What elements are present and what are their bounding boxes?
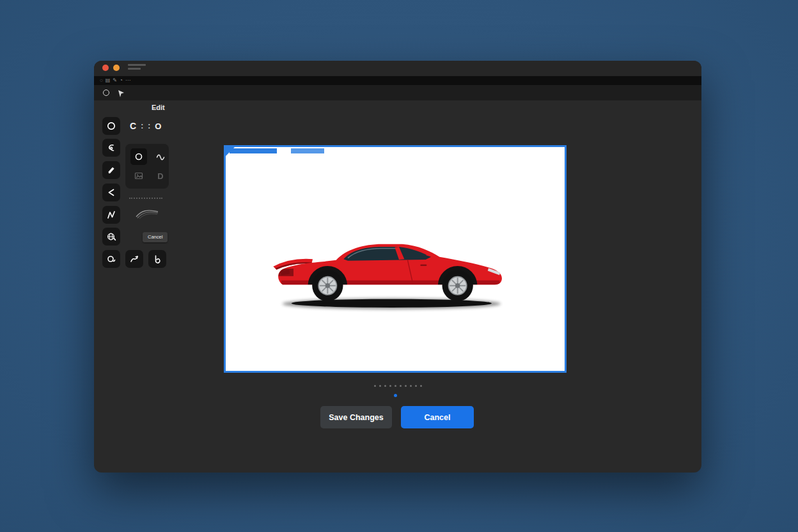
artboard-canvas[interactable] (224, 145, 567, 373)
lasso-tool-button[interactable] (102, 139, 120, 157)
titlebar (94, 61, 701, 76)
active-page-dot[interactable] (394, 394, 397, 397)
letter-d-icon: D (157, 171, 163, 181)
cancel-button[interactable]: Cancel (401, 406, 474, 428)
desktop-background: ◌ ▤ ✎ ◔ ⋯ Edit (0, 0, 798, 532)
menu-icon-2[interactable]: ▤ (106, 78, 111, 83)
pagination-dot[interactable] (420, 385, 422, 387)
zigzag-pen-tool-button[interactable] (102, 206, 120, 224)
dotted-divider (129, 198, 162, 199)
circle-option-button[interactable] (130, 148, 147, 165)
wave-option-button[interactable] (152, 148, 169, 165)
globe-pen-icon (106, 231, 116, 242)
ellipse-tool-button[interactable] (102, 117, 120, 135)
pagination-dot[interactable] (400, 385, 402, 387)
s-curve-icon (129, 254, 139, 264)
chevron-select-icon (106, 187, 116, 198)
curve-option-glyph[interactable]: C (130, 121, 136, 131)
stroke-preview (134, 205, 162, 223)
ellipse-tool-icon (106, 121, 116, 131)
loop-d-tool-button[interactable] (148, 250, 166, 268)
menu-icon-3[interactable]: ✎ (113, 78, 117, 83)
marker-tool-button[interactable] (102, 161, 120, 179)
wave-icon (155, 152, 166, 162)
rear-wheel (312, 270, 343, 301)
shape-options-panel: D (125, 144, 169, 189)
edit-label: Edit (152, 104, 165, 111)
window-subtitle-text (128, 68, 141, 70)
app-window: ◌ ▤ ✎ ◔ ⋯ Edit (94, 61, 701, 473)
pagination-dot[interactable] (410, 385, 412, 387)
loop-lasso-tool-button[interactable] (102, 250, 120, 268)
cancel-chip[interactable]: Cancel (143, 232, 168, 242)
minimize-window-button[interactable] (113, 65, 120, 71)
ellipse-tool-icon[interactable] (103, 90, 109, 96)
front-wheel (442, 270, 473, 301)
pagination-dot[interactable] (389, 385, 391, 387)
loop-d-icon (152, 254, 162, 264)
selection-bar-2[interactable] (291, 148, 324, 153)
marker-tool-icon (106, 165, 116, 175)
circle-option-glyph[interactable]: O (155, 121, 161, 131)
dots-option-glyph-2[interactable]: : (148, 121, 150, 130)
pagination-dots (94, 385, 701, 387)
image-icon (134, 171, 144, 181)
selection-bar-1[interactable] (230, 148, 277, 153)
zigzag-pen-icon (106, 210, 116, 220)
letter-d-option-button[interactable]: D (152, 168, 169, 184)
chevron-select-tool-button[interactable] (102, 184, 120, 201)
pagination-dot[interactable] (384, 385, 386, 387)
menu-icon-1[interactable]: ◌ (100, 78, 103, 83)
car-illustration (268, 221, 524, 317)
pagination-dot[interactable] (374, 385, 376, 387)
menu-strip: ◌ ▤ ✎ ◔ ⋯ (94, 76, 701, 85)
cursor-tool-icon[interactable] (118, 89, 125, 100)
dots-option-glyph-1[interactable]: : (141, 121, 143, 130)
menu-icon-5[interactable]: ⋯ (125, 78, 130, 83)
save-changes-button[interactable]: Save Changes (320, 406, 392, 428)
loop-lasso-icon (106, 254, 116, 264)
stroke-options-row: C : : O (130, 121, 172, 131)
red-car-image (268, 221, 524, 317)
tool-strip (94, 85, 701, 100)
window-title-text (128, 64, 146, 66)
s-curve-tool-button[interactable] (125, 250, 143, 268)
lasso-tool-icon (106, 143, 116, 153)
globe-pen-tool-button[interactable] (102, 228, 120, 246)
pagination-dot[interactable] (415, 385, 417, 387)
image-option-button[interactable] (130, 168, 147, 184)
close-window-button[interactable] (102, 65, 109, 71)
squiggle-icon (134, 205, 162, 221)
pagination-dot[interactable] (405, 385, 407, 387)
pagination-dot[interactable] (379, 385, 381, 387)
circle-icon (134, 152, 144, 162)
pagination-dot[interactable] (395, 385, 396, 387)
menu-icon-4[interactable]: ◔ (120, 78, 123, 83)
